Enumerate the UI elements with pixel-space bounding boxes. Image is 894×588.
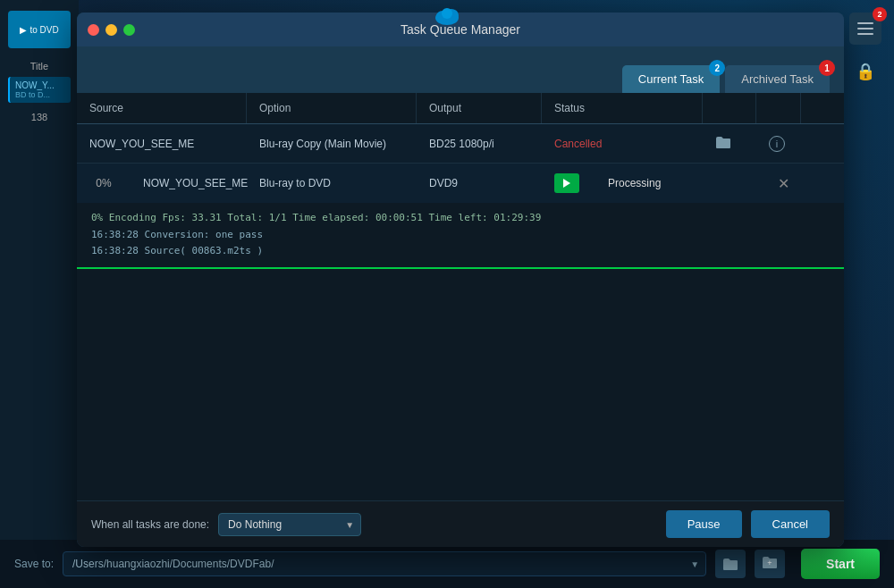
start-button[interactable]: Start [801, 549, 880, 579]
processing-row-main: 0% NOW_YOU_SEE_ME Blu-ray to DVD DVD9 Pr… [77, 164, 844, 203]
task-queue-modal: Task Queue Manager Current Task 2 Archiv… [77, 13, 844, 547]
current-task-badge: 2 [709, 60, 725, 76]
when-done-select[interactable]: Do Nothing Shutdown Sleep Hibernate [218, 513, 361, 536]
notification-badge: 2 [873, 7, 887, 21]
sidebar-dvd-button[interactable]: ▶ to DVD [8, 11, 71, 48]
play-icon [563, 179, 570, 188]
sidebar-title-label: Title [30, 61, 48, 71]
log-line2: 16:38:28 Source( 00863.m2ts ) [91, 243, 830, 260]
row2-cancel[interactable]: ✕ [756, 164, 801, 203]
save-to-label: Save to: [14, 558, 54, 570]
when-done-label: When all tasks are done: [91, 518, 209, 531]
add-folder-button[interactable]: + [755, 550, 785, 578]
svg-rect-5 [857, 28, 873, 29]
row1-info[interactable]: i [756, 129, 801, 159]
svg-point-3 [442, 8, 452, 19]
bottom-bar: Save to: ▼ + Start [0, 540, 894, 588]
col-output: Output [417, 93, 542, 123]
sidebar: ▶ to DVD Title NOW_Y... BD to D... 138 [0, 0, 79, 588]
row1-folder[interactable] [703, 129, 756, 159]
tab-bar: Current Task 2 Archived Task 1 [77, 46, 844, 93]
do-nothing-select-wrapper: Do Nothing Shutdown Sleep Hibernate ▼ [218, 513, 361, 536]
modal-content: Source Option Output Status NOW_YOU_SEE_… [77, 93, 844, 547]
tab-current-task[interactable]: Current Task 2 [622, 65, 720, 93]
svg-text:+: + [767, 559, 772, 567]
traffic-lights [88, 24, 135, 36]
progress-percent: 0% [77, 170, 131, 197]
save-path-input[interactable] [63, 551, 706, 576]
svg-rect-6 [857, 33, 873, 35]
row1-source: NOW_YOU_SEE_ME [77, 130, 247, 157]
log-area: 0% Encoding Fps: 33.31 Total: 1/1 Time e… [77, 203, 844, 267]
log-progress: 0% Encoding Fps: 33.31 Total: 1/1 Time e… [91, 210, 830, 227]
row1-output: BD25 1080p/i [417, 130, 542, 157]
log-line1: 16:38:28 Conversion: one pass [91, 227, 830, 244]
tab-archived-task[interactable]: Archived Task 1 [725, 65, 830, 93]
browse-folder-button[interactable] [715, 550, 746, 578]
play-button[interactable] [554, 173, 579, 193]
cancel-all-button[interactable]: Cancel [751, 510, 830, 538]
table-header: Source Option Output Status [77, 93, 844, 124]
lock-icon: 🔒 [849, 55, 881, 88]
col-actions2 [756, 93, 801, 123]
col-option: Option [247, 93, 417, 123]
path-dropdown-icon: ▼ [690, 559, 699, 569]
pause-button[interactable]: Pause [666, 510, 742, 538]
svg-rect-4 [857, 22, 873, 24]
row2-option: Blu-ray to DVD [247, 170, 417, 197]
table-row-processing: 0% NOW_YOU_SEE_ME Blu-ray to DVD DVD9 Pr… [77, 164, 844, 269]
sidebar-number: 138 [31, 112, 47, 122]
archived-task-badge: 1 [819, 60, 835, 76]
maximize-button[interactable] [123, 24, 135, 36]
row1-option: Blu-ray Copy (Main Movie) [247, 130, 417, 157]
minimize-button[interactable] [105, 24, 117, 36]
row2-status: Processing [595, 170, 756, 197]
cancel-row-button[interactable]: ✕ [769, 172, 789, 196]
row2-output: DVD9 [417, 170, 542, 197]
arrow-icon: ▶ [20, 25, 27, 35]
close-button[interactable] [88, 24, 99, 36]
cloud-icon [433, 5, 461, 30]
list-icon[interactable]: 2 [849, 13, 881, 45]
row2-play[interactable] [542, 166, 595, 200]
col-actions1 [703, 93, 756, 123]
row2-source: NOW_YOU_SEE_ME [131, 170, 247, 197]
row1-status: Cancelled [542, 130, 703, 157]
col-source: Source [77, 93, 247, 123]
modal-footer: When all tasks are done: Do Nothing Shut… [77, 500, 844, 547]
col-status: Status [542, 93, 703, 123]
table-row: NOW_YOU_SEE_ME Blu-ray Copy (Main Movie)… [77, 124, 844, 164]
empty-area [77, 269, 844, 500]
sidebar-item-movie[interactable]: NOW_Y... BD to D... [8, 77, 71, 103]
